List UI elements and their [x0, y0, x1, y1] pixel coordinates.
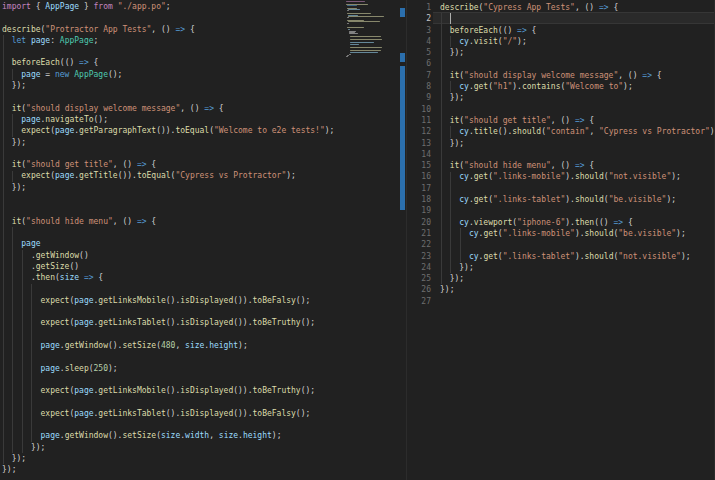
code-line[interactable]: });: [2, 442, 345, 453]
code-line[interactable]: .getSize(): [2, 261, 345, 272]
code-line[interactable]: page.sleep(250);: [2, 363, 345, 374]
code-line[interactable]: });: [2, 80, 345, 91]
code-line[interactable]: });: [2, 182, 345, 193]
code-line[interactable]: it("should display welcome message", () …: [2, 103, 345, 114]
code-line[interactable]: [440, 205, 715, 216]
code-line[interactable]: [2, 351, 345, 362]
code-line[interactable]: expect(page.getLinksMobile().isDisplayed…: [2, 295, 345, 306]
code-line[interactable]: [440, 296, 715, 307]
code-line[interactable]: expect(page.getLinksTablet().isDisplayed…: [2, 317, 345, 328]
line-number[interactable]: 7: [407, 70, 431, 81]
code-line[interactable]: [440, 104, 715, 115]
code-line[interactable]: [2, 193, 345, 204]
line-number[interactable]: 22: [407, 239, 431, 250]
code-line[interactable]: });: [440, 138, 715, 149]
code-line[interactable]: [2, 12, 345, 23]
code-line[interactable]: });: [2, 453, 345, 464]
line-number[interactable]: 9: [407, 92, 431, 103]
line-number[interactable]: 17: [407, 183, 431, 194]
line-number[interactable]: 10: [407, 104, 431, 115]
code-line[interactable]: });: [440, 47, 715, 58]
line-number[interactable]: 5: [407, 47, 431, 58]
code-line[interactable]: [2, 419, 345, 430]
code-line[interactable]: cy.get(".links-tablet").should("not.visi…: [440, 251, 715, 262]
line-number[interactable]: 26: [407, 284, 431, 295]
code-line[interactable]: cy.viewport("iphone-6").then(() => {: [440, 217, 715, 228]
code-line[interactable]: [2, 374, 345, 385]
line-number[interactable]: 16: [407, 171, 431, 182]
code-line[interactable]: .getWindow(): [2, 250, 345, 261]
overview-ruler[interactable]: [399, 0, 406, 480]
code-line[interactable]: [2, 204, 345, 215]
code-line[interactable]: [440, 183, 715, 194]
code-line[interactable]: [2, 227, 345, 238]
code-line[interactable]: cy.visit("/");: [440, 36, 715, 47]
code-line[interactable]: cy.get(".links-mobile").should("not.visi…: [440, 171, 715, 182]
code-line[interactable]: });: [440, 273, 715, 284]
code-line[interactable]: beforeEach(() => {: [2, 57, 345, 68]
line-number[interactable]: 12: [407, 126, 431, 137]
code-line[interactable]: page = new AppPage();: [2, 69, 345, 80]
code-line[interactable]: import { AppPage } from "./app.po";: [2, 1, 345, 12]
code-line[interactable]: it("should get title", () => {: [2, 159, 345, 170]
line-number[interactable]: 13: [407, 138, 431, 149]
code-line[interactable]: page.getWindow().setSize(size.width, siz…: [2, 430, 345, 441]
code-line[interactable]: [440, 149, 715, 160]
code-line[interactable]: [2, 396, 345, 407]
code-line[interactable]: page.navigateTo();: [2, 114, 345, 125]
code-line[interactable]: [2, 148, 345, 159]
code-line[interactable]: beforeEach(() => {: [440, 25, 715, 36]
code-line[interactable]: });: [440, 262, 715, 273]
line-number[interactable]: 6: [407, 58, 431, 69]
code-line[interactable]: it("should get title", () => {: [440, 115, 715, 126]
line-number[interactable]: 15: [407, 160, 431, 171]
line-number[interactable]: 23: [407, 251, 431, 262]
code-line[interactable]: describe("Protractor App Tests", () => {: [2, 24, 345, 35]
code-line[interactable]: cy.get("h1").contains("Welcome to");: [440, 81, 715, 92]
code-line[interactable]: describe("Cypress App Tests", () => {: [440, 2, 715, 13]
code-line[interactable]: cy.get(".links-mobile").should("be.visib…: [440, 228, 715, 239]
editor-pane-protractor[interactable]: import { AppPage } from "./app.po"; desc…: [0, 0, 345, 480]
code-line[interactable]: });: [2, 137, 345, 148]
code-line[interactable]: [440, 239, 715, 250]
line-number[interactable]: 14: [407, 149, 431, 160]
line-number[interactable]: 20: [407, 217, 431, 228]
code-line[interactable]: });: [440, 92, 715, 103]
code-line[interactable]: expect(page.getTitle()).toEqual("Cypress…: [2, 170, 345, 181]
code-line[interactable]: [2, 329, 345, 340]
editor-pane-cypress[interactable]: 1234567891011121314151617181920212223242…: [407, 0, 715, 480]
line-number[interactable]: 21: [407, 228, 431, 239]
code-line[interactable]: page: [2, 238, 345, 249]
code-line[interactable]: expect(page.getParagraphText()).toEqual(…: [2, 125, 345, 136]
code-line[interactable]: it("should hide menu", () => {: [2, 216, 345, 227]
code-line[interactable]: it("should display welcome message", () …: [440, 70, 715, 81]
code-line[interactable]: [2, 306, 345, 317]
line-number[interactable]: 2: [407, 13, 431, 24]
line-number[interactable]: 3: [407, 25, 431, 36]
line-number[interactable]: 25: [407, 273, 431, 284]
code-line[interactable]: [2, 283, 345, 294]
code-line[interactable]: expect(page.getLinksTablet().isDisplayed…: [2, 408, 345, 419]
code-line[interactable]: let page: AppPage;: [2, 35, 345, 46]
line-number[interactable]: 8: [407, 81, 431, 92]
code-line[interactable]: [2, 91, 345, 102]
line-number[interactable]: 11: [407, 115, 431, 126]
code-line[interactable]: });: [440, 284, 715, 295]
line-number[interactable]: 24: [407, 262, 431, 273]
code-line[interactable]: .then(size => {: [2, 272, 345, 283]
code-line[interactable]: [2, 46, 345, 57]
code-line[interactable]: [440, 58, 715, 69]
code-line[interactable]: cy.title().should("contain", "Cypress vs…: [440, 126, 715, 137]
code-line[interactable]: page.getWindow().setSize(480, size.heigh…: [2, 340, 345, 351]
code-line[interactable]: cy.get(".links-tablet").should("be.visib…: [440, 194, 715, 205]
code-line[interactable]: });: [2, 464, 345, 475]
line-number-gutter[interactable]: 1234567891011121314151617181920212223242…: [407, 0, 431, 307]
minimap[interactable]: [345, 0, 399, 480]
line-number[interactable]: 27: [407, 296, 431, 307]
line-number[interactable]: 4: [407, 36, 431, 47]
line-number[interactable]: 18: [407, 194, 431, 205]
line-number[interactable]: 19: [407, 205, 431, 216]
line-number[interactable]: 1: [407, 2, 431, 13]
code-line[interactable]: expect(page.getLinksMobile().isDisplayed…: [2, 385, 345, 396]
code-line[interactable]: it("should hide menu", () => {: [440, 160, 715, 171]
